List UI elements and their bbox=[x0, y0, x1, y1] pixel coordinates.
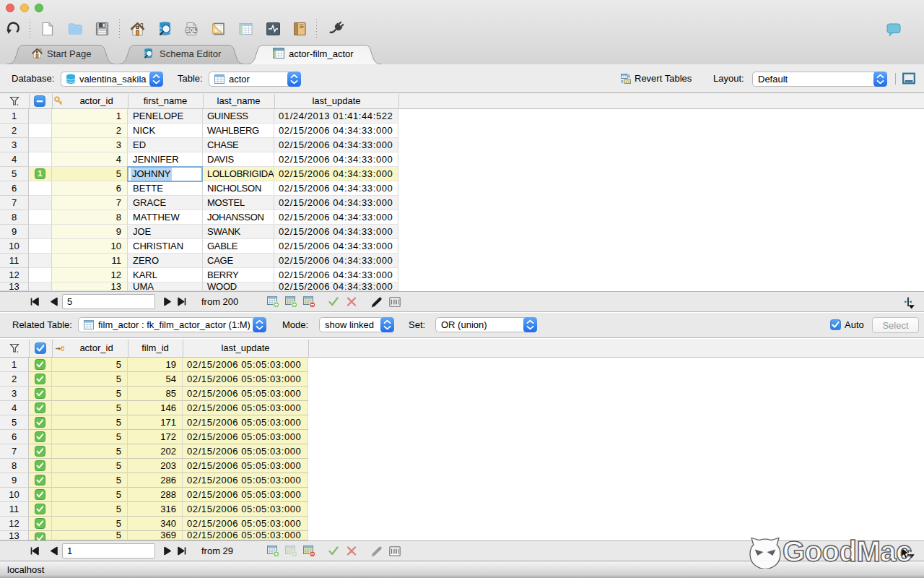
svg-text:SQL: SQL bbox=[186, 27, 197, 33]
svg-text:1: 1 bbox=[38, 169, 43, 178]
